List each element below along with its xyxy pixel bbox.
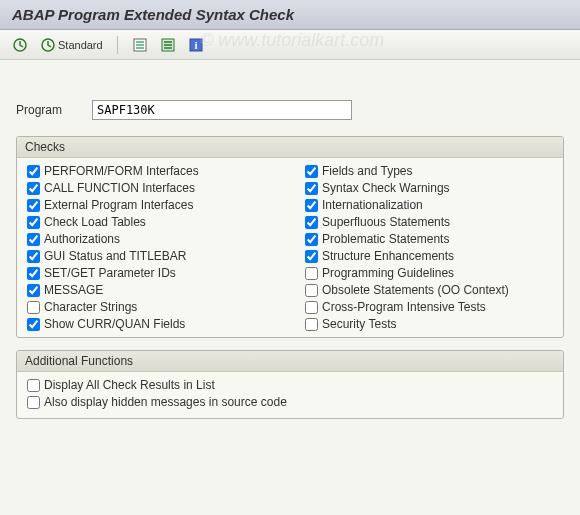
check-left-8-label: Character Strings <box>44 300 137 314</box>
check-right-5-checkbox[interactable] <box>305 250 318 263</box>
check-right-6-label: Programming Guidelines <box>322 266 454 280</box>
check-right-5[interactable]: Structure Enhancements <box>305 249 553 263</box>
list-icon <box>132 37 148 53</box>
check-right-1[interactable]: Syntax Check Warnings <box>305 181 553 195</box>
check-right-1-label: Syntax Check Warnings <box>322 181 450 195</box>
check-left-4-checkbox[interactable] <box>27 233 40 246</box>
check-right-1-checkbox[interactable] <box>305 182 318 195</box>
list-green-icon <box>160 37 176 53</box>
execute-button[interactable] <box>8 35 32 55</box>
check-right-7-label: Obsolete Statements (OO Context) <box>322 283 509 297</box>
check-left-9[interactable]: Show CURR/QUAN Fields <box>27 317 275 331</box>
check-left-5-label: GUI Status and TITLEBAR <box>44 249 187 263</box>
check-left-7[interactable]: MESSAGE <box>27 283 275 297</box>
checks-group: Checks PERFORM/FORM InterfacesFields and… <box>16 136 564 338</box>
check-left-2-checkbox[interactable] <box>27 199 40 212</box>
check-right-2-label: Internationalization <box>322 198 423 212</box>
clock-standard-icon <box>40 37 56 53</box>
check-left-6-label: SET/GET Parameter IDs <box>44 266 176 280</box>
additional-1-checkbox[interactable] <box>27 396 40 409</box>
info-icon: i <box>188 37 204 53</box>
check-left-0-checkbox[interactable] <box>27 165 40 178</box>
check-left-1[interactable]: CALL FUNCTION Interfaces <box>27 181 275 195</box>
toolbar: Standard i <box>0 30 580 60</box>
list-button-1[interactable] <box>128 35 152 55</box>
check-left-9-label: Show CURR/QUAN Fields <box>44 317 185 331</box>
check-right-8-label: Cross-Program Intensive Tests <box>322 300 486 314</box>
program-label: Program <box>16 103 76 117</box>
check-right-3[interactable]: Superfluous Statements <box>305 215 553 229</box>
checks-header: Checks <box>17 137 563 158</box>
check-right-8[interactable]: Cross-Program Intensive Tests <box>305 300 553 314</box>
info-button[interactable]: i <box>184 35 208 55</box>
check-left-8[interactable]: Character Strings <box>27 300 275 314</box>
svg-text:i: i <box>194 39 197 51</box>
check-left-2[interactable]: External Program Interfaces <box>27 198 275 212</box>
check-right-8-checkbox[interactable] <box>305 301 318 314</box>
check-right-4[interactable]: Problematic Statements <box>305 232 553 246</box>
check-right-4-label: Problematic Statements <box>322 232 449 246</box>
check-left-4[interactable]: Authorizations <box>27 232 275 246</box>
check-left-3-label: Check Load Tables <box>44 215 146 229</box>
check-right-0[interactable]: Fields and Types <box>305 164 553 178</box>
program-input[interactable] <box>92 100 352 120</box>
additional-0-label: Display All Check Results in List <box>44 378 215 392</box>
check-left-1-label: CALL FUNCTION Interfaces <box>44 181 195 195</box>
additional-body: Display All Check Results in ListAlso di… <box>17 372 563 418</box>
check-right-9-checkbox[interactable] <box>305 318 318 331</box>
additional-1[interactable]: Also display hidden messages in source c… <box>27 395 553 409</box>
check-right-6[interactable]: Programming Guidelines <box>305 266 553 280</box>
check-right-6-checkbox[interactable] <box>305 267 318 280</box>
check-left-7-label: MESSAGE <box>44 283 103 297</box>
check-left-1-checkbox[interactable] <box>27 182 40 195</box>
check-right-9[interactable]: Security Tests <box>305 317 553 331</box>
check-left-0[interactable]: PERFORM/FORM Interfaces <box>27 164 275 178</box>
list-button-2[interactable] <box>156 35 180 55</box>
check-right-0-checkbox[interactable] <box>305 165 318 178</box>
check-left-8-checkbox[interactable] <box>27 301 40 314</box>
check-left-2-label: External Program Interfaces <box>44 198 193 212</box>
program-row: Program <box>16 100 564 120</box>
additional-1-label: Also display hidden messages in source c… <box>44 395 287 409</box>
check-right-2-checkbox[interactable] <box>305 199 318 212</box>
check-right-3-checkbox[interactable] <box>305 216 318 229</box>
title-bar: ABAP Program Extended Syntax Check <box>0 0 580 30</box>
check-right-3-label: Superfluous Statements <box>322 215 450 229</box>
check-right-5-label: Structure Enhancements <box>322 249 454 263</box>
check-left-3-checkbox[interactable] <box>27 216 40 229</box>
check-right-2[interactable]: Internationalization <box>305 198 553 212</box>
check-left-3[interactable]: Check Load Tables <box>27 215 275 229</box>
check-right-7-checkbox[interactable] <box>305 284 318 297</box>
additional-header: Additional Functions <box>17 351 563 372</box>
check-left-7-checkbox[interactable] <box>27 284 40 297</box>
check-left-5-checkbox[interactable] <box>27 250 40 263</box>
additional-0[interactable]: Display All Check Results in List <box>27 378 553 392</box>
check-left-9-checkbox[interactable] <box>27 318 40 331</box>
check-left-0-label: PERFORM/FORM Interfaces <box>44 164 199 178</box>
check-right-4-checkbox[interactable] <box>305 233 318 246</box>
check-left-4-label: Authorizations <box>44 232 120 246</box>
check-left-6[interactable]: SET/GET Parameter IDs <box>27 266 275 280</box>
check-right-9-label: Security Tests <box>322 317 396 331</box>
content-area: Program Checks PERFORM/FORM InterfacesFi… <box>0 60 580 447</box>
additional-0-checkbox[interactable] <box>27 379 40 392</box>
check-left-5[interactable]: GUI Status and TITLEBAR <box>27 249 275 263</box>
toolbar-separator <box>117 36 118 54</box>
check-right-7[interactable]: Obsolete Statements (OO Context) <box>305 283 553 297</box>
check-left-6-checkbox[interactable] <box>27 267 40 280</box>
clock-execute-icon <box>12 37 28 53</box>
page-title: ABAP Program Extended Syntax Check <box>12 6 568 23</box>
standard-button[interactable]: Standard <box>36 35 107 55</box>
check-right-0-label: Fields and Types <box>322 164 413 178</box>
standard-label: Standard <box>58 39 103 51</box>
checks-grid: PERFORM/FORM InterfacesFields and TypesC… <box>27 164 553 331</box>
additional-group: Additional Functions Display All Check R… <box>16 350 564 419</box>
